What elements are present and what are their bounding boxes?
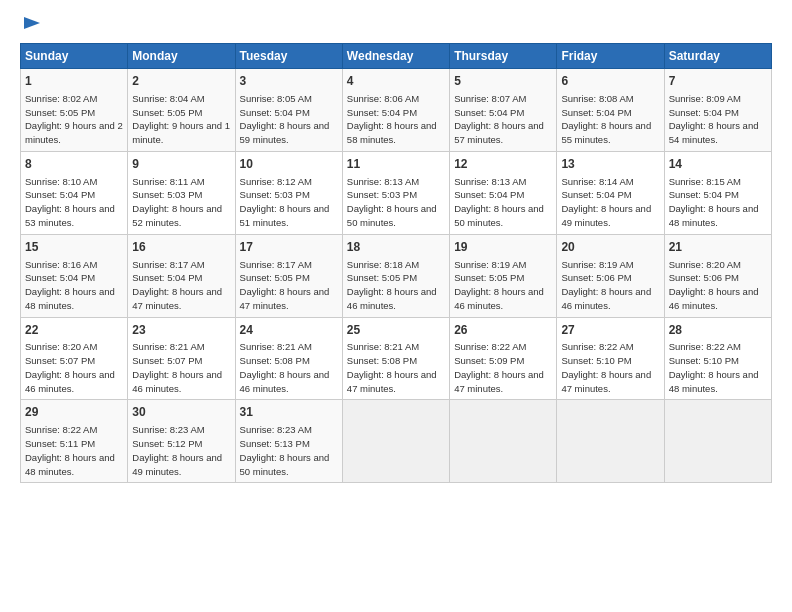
calendar-day-cell: 23Sunrise: 8:21 AMSunset: 5:07 PMDayligh… xyxy=(128,317,235,400)
day-number: 20 xyxy=(561,239,659,256)
day-info: Sunrise: 8:21 AMSunset: 5:07 PMDaylight:… xyxy=(132,340,230,395)
calendar-day-cell: 25Sunrise: 8:21 AMSunset: 5:08 PMDayligh… xyxy=(342,317,449,400)
day-info: Sunrise: 8:22 AMSunset: 5:10 PMDaylight:… xyxy=(561,340,659,395)
calendar-day-cell: 5Sunrise: 8:07 AMSunset: 5:04 PMDaylight… xyxy=(450,69,557,152)
calendar-day-cell xyxy=(557,400,664,483)
day-number: 26 xyxy=(454,322,552,339)
calendar-day-header: Wednesday xyxy=(342,44,449,69)
calendar-day-header: Monday xyxy=(128,44,235,69)
svg-marker-0 xyxy=(24,17,40,29)
day-number: 11 xyxy=(347,156,445,173)
day-number: 3 xyxy=(240,73,338,90)
day-info: Sunrise: 8:05 AMSunset: 5:04 PMDaylight:… xyxy=(240,92,338,147)
calendar-day-cell: 4Sunrise: 8:06 AMSunset: 5:04 PMDaylight… xyxy=(342,69,449,152)
calendar-day-cell: 17Sunrise: 8:17 AMSunset: 5:05 PMDayligh… xyxy=(235,234,342,317)
day-number: 8 xyxy=(25,156,123,173)
calendar-day-cell: 22Sunrise: 8:20 AMSunset: 5:07 PMDayligh… xyxy=(21,317,128,400)
day-number: 15 xyxy=(25,239,123,256)
day-info: Sunrise: 8:22 AMSunset: 5:11 PMDaylight:… xyxy=(25,423,123,478)
day-info: Sunrise: 8:13 AMSunset: 5:03 PMDaylight:… xyxy=(347,175,445,230)
day-info: Sunrise: 8:12 AMSunset: 5:03 PMDaylight:… xyxy=(240,175,338,230)
day-number: 5 xyxy=(454,73,552,90)
day-info: Sunrise: 8:02 AMSunset: 5:05 PMDaylight:… xyxy=(25,92,123,147)
calendar-day-header: Friday xyxy=(557,44,664,69)
day-number: 21 xyxy=(669,239,767,256)
calendar-day-cell: 13Sunrise: 8:14 AMSunset: 5:04 PMDayligh… xyxy=(557,151,664,234)
day-number: 29 xyxy=(25,404,123,421)
calendar-day-cell xyxy=(664,400,771,483)
day-number: 27 xyxy=(561,322,659,339)
day-number: 25 xyxy=(347,322,445,339)
calendar-week-row: 22Sunrise: 8:20 AMSunset: 5:07 PMDayligh… xyxy=(21,317,772,400)
calendar-day-header: Thursday xyxy=(450,44,557,69)
calendar-day-cell: 8Sunrise: 8:10 AMSunset: 5:04 PMDaylight… xyxy=(21,151,128,234)
calendar-day-cell: 27Sunrise: 8:22 AMSunset: 5:10 PMDayligh… xyxy=(557,317,664,400)
calendar-week-row: 15Sunrise: 8:16 AMSunset: 5:04 PMDayligh… xyxy=(21,234,772,317)
day-info: Sunrise: 8:23 AMSunset: 5:12 PMDaylight:… xyxy=(132,423,230,478)
calendar-day-header: Saturday xyxy=(664,44,771,69)
day-info: Sunrise: 8:11 AMSunset: 5:03 PMDaylight:… xyxy=(132,175,230,230)
calendar-day-cell: 18Sunrise: 8:18 AMSunset: 5:05 PMDayligh… xyxy=(342,234,449,317)
calendar-day-cell: 28Sunrise: 8:22 AMSunset: 5:10 PMDayligh… xyxy=(664,317,771,400)
calendar-header-row: SundayMondayTuesdayWednesdayThursdayFrid… xyxy=(21,44,772,69)
calendar-day-cell: 16Sunrise: 8:17 AMSunset: 5:04 PMDayligh… xyxy=(128,234,235,317)
day-number: 18 xyxy=(347,239,445,256)
day-number: 9 xyxy=(132,156,230,173)
calendar-day-cell: 15Sunrise: 8:16 AMSunset: 5:04 PMDayligh… xyxy=(21,234,128,317)
day-number: 17 xyxy=(240,239,338,256)
day-number: 24 xyxy=(240,322,338,339)
day-info: Sunrise: 8:22 AMSunset: 5:10 PMDaylight:… xyxy=(669,340,767,395)
calendar-day-cell: 29Sunrise: 8:22 AMSunset: 5:11 PMDayligh… xyxy=(21,400,128,483)
day-number: 1 xyxy=(25,73,123,90)
calendar-day-cell: 1Sunrise: 8:02 AMSunset: 5:05 PMDaylight… xyxy=(21,69,128,152)
calendar-day-cell xyxy=(342,400,449,483)
day-info: Sunrise: 8:20 AMSunset: 5:06 PMDaylight:… xyxy=(669,258,767,313)
calendar-day-cell: 11Sunrise: 8:13 AMSunset: 5:03 PMDayligh… xyxy=(342,151,449,234)
day-info: Sunrise: 8:08 AMSunset: 5:04 PMDaylight:… xyxy=(561,92,659,147)
day-number: 13 xyxy=(561,156,659,173)
calendar-day-cell xyxy=(450,400,557,483)
day-info: Sunrise: 8:19 AMSunset: 5:05 PMDaylight:… xyxy=(454,258,552,313)
day-number: 30 xyxy=(132,404,230,421)
calendar-day-cell: 21Sunrise: 8:20 AMSunset: 5:06 PMDayligh… xyxy=(664,234,771,317)
day-info: Sunrise: 8:18 AMSunset: 5:05 PMDaylight:… xyxy=(347,258,445,313)
day-info: Sunrise: 8:20 AMSunset: 5:07 PMDaylight:… xyxy=(25,340,123,395)
calendar-day-cell: 20Sunrise: 8:19 AMSunset: 5:06 PMDayligh… xyxy=(557,234,664,317)
day-info: Sunrise: 8:17 AMSunset: 5:04 PMDaylight:… xyxy=(132,258,230,313)
header xyxy=(20,15,772,33)
day-info: Sunrise: 8:19 AMSunset: 5:06 PMDaylight:… xyxy=(561,258,659,313)
day-number: 19 xyxy=(454,239,552,256)
calendar-day-cell: 2Sunrise: 8:04 AMSunset: 5:05 PMDaylight… xyxy=(128,69,235,152)
day-info: Sunrise: 8:10 AMSunset: 5:04 PMDaylight:… xyxy=(25,175,123,230)
day-info: Sunrise: 8:13 AMSunset: 5:04 PMDaylight:… xyxy=(454,175,552,230)
day-number: 4 xyxy=(347,73,445,90)
calendar-day-cell: 14Sunrise: 8:15 AMSunset: 5:04 PMDayligh… xyxy=(664,151,771,234)
calendar-day-header: Tuesday xyxy=(235,44,342,69)
day-number: 23 xyxy=(132,322,230,339)
calendar-day-cell: 6Sunrise: 8:08 AMSunset: 5:04 PMDaylight… xyxy=(557,69,664,152)
day-info: Sunrise: 8:14 AMSunset: 5:04 PMDaylight:… xyxy=(561,175,659,230)
calendar-week-row: 8Sunrise: 8:10 AMSunset: 5:04 PMDaylight… xyxy=(21,151,772,234)
calendar-day-cell: 12Sunrise: 8:13 AMSunset: 5:04 PMDayligh… xyxy=(450,151,557,234)
calendar-day-cell: 31Sunrise: 8:23 AMSunset: 5:13 PMDayligh… xyxy=(235,400,342,483)
day-number: 7 xyxy=(669,73,767,90)
day-info: Sunrise: 8:06 AMSunset: 5:04 PMDaylight:… xyxy=(347,92,445,147)
calendar-day-cell: 24Sunrise: 8:21 AMSunset: 5:08 PMDayligh… xyxy=(235,317,342,400)
day-info: Sunrise: 8:16 AMSunset: 5:04 PMDaylight:… xyxy=(25,258,123,313)
calendar-day-cell: 19Sunrise: 8:19 AMSunset: 5:05 PMDayligh… xyxy=(450,234,557,317)
calendar-table: SundayMondayTuesdayWednesdayThursdayFrid… xyxy=(20,43,772,483)
calendar-day-cell: 9Sunrise: 8:11 AMSunset: 5:03 PMDaylight… xyxy=(128,151,235,234)
day-number: 12 xyxy=(454,156,552,173)
day-number: 2 xyxy=(132,73,230,90)
day-number: 16 xyxy=(132,239,230,256)
logo-flag-icon xyxy=(22,15,42,35)
calendar-day-cell: 30Sunrise: 8:23 AMSunset: 5:12 PMDayligh… xyxy=(128,400,235,483)
day-info: Sunrise: 8:21 AMSunset: 5:08 PMDaylight:… xyxy=(240,340,338,395)
day-number: 28 xyxy=(669,322,767,339)
calendar-day-cell: 3Sunrise: 8:05 AMSunset: 5:04 PMDaylight… xyxy=(235,69,342,152)
page: SundayMondayTuesdayWednesdayThursdayFrid… xyxy=(0,0,792,493)
calendar-day-header: Sunday xyxy=(21,44,128,69)
calendar-day-cell: 7Sunrise: 8:09 AMSunset: 5:04 PMDaylight… xyxy=(664,69,771,152)
logo xyxy=(20,15,42,33)
calendar-day-cell: 10Sunrise: 8:12 AMSunset: 5:03 PMDayligh… xyxy=(235,151,342,234)
